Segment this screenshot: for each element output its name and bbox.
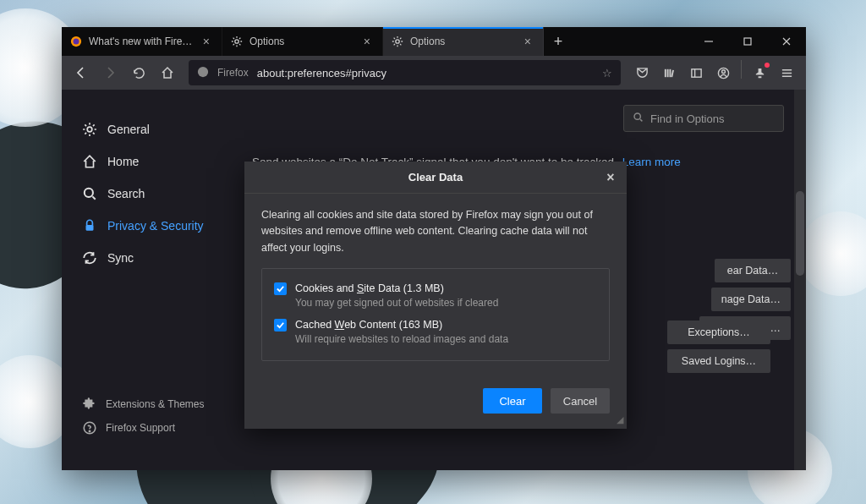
- svg-point-2: [235, 40, 238, 43]
- account-icon[interactable]: [710, 60, 736, 85]
- tab-label: Options: [249, 36, 354, 47]
- firefox-icon: [70, 36, 82, 47]
- sidebar-item-label: Search: [107, 187, 145, 200]
- pocket-icon[interactable]: [629, 60, 655, 85]
- search-icon: [633, 112, 644, 125]
- tab-whatsnew[interactable]: What's new with Firefox ×: [62, 27, 222, 56]
- bookmark-star-icon[interactable]: ☆: [602, 67, 612, 79]
- sidebar-item-label: Privacy & Security: [107, 219, 204, 233]
- sidebar-item-privacy[interactable]: Privacy & Security: [82, 210, 227, 242]
- svg-point-3: [396, 40, 399, 43]
- tab-options-1[interactable]: Options ×: [222, 27, 383, 56]
- learn-more-link[interactable]: Learn more: [622, 156, 681, 168]
- svg-point-23: [89, 430, 90, 431]
- gear-icon: [392, 36, 403, 47]
- lock-icon: [82, 218, 97, 233]
- dialog-description: Clearing all cookies and site data store…: [261, 207, 610, 256]
- home-icon: [82, 154, 97, 169]
- back-button[interactable]: [69, 60, 94, 85]
- option-label: Cookies and Site Data (1.3 MB): [295, 282, 498, 294]
- tab-label: Options: [410, 36, 514, 47]
- gear-icon: [231, 36, 243, 47]
- tab-options-2[interactable]: Options ×: [383, 27, 544, 56]
- home-button[interactable]: [155, 60, 180, 85]
- sidebar-item-sync[interactable]: Sync: [82, 242, 227, 274]
- sidebar-item-label: Firefox Support: [106, 422, 175, 434]
- tab-strip: What's new with Firefox × Options × Opti…: [62, 27, 806, 56]
- sidebar-item-label: Home: [107, 155, 139, 168]
- close-icon[interactable]: ×: [601, 168, 620, 187]
- url-text: about:preferences#privacy: [257, 67, 594, 79]
- svg-line-25: [640, 119, 642, 121]
- svg-point-19: [85, 189, 93, 197]
- new-tab-button[interactable]: +: [544, 27, 573, 56]
- resize-grip-icon[interactable]: ◢: [617, 414, 623, 425]
- clear-button[interactable]: Clear: [483, 388, 542, 414]
- help-icon: [82, 420, 97, 436]
- svg-point-1: [74, 39, 79, 45]
- close-icon[interactable]: ×: [200, 33, 213, 50]
- sidebar-item-label: Sync: [107, 251, 134, 265]
- extensions-link[interactable]: Extensions & Themes: [82, 392, 227, 416]
- cancel-button[interactable]: Cancel: [551, 388, 610, 414]
- svg-rect-7: [664, 68, 666, 76]
- svg-rect-21: [86, 225, 94, 231]
- maximize-button[interactable]: [728, 27, 767, 56]
- sidebar-item-label: General: [107, 123, 150, 136]
- preferences-sidebar: General Home Search Privacy & Security S…: [62, 90, 227, 470]
- manage-data-button[interactable]: nage Data…: [711, 288, 791, 311]
- sync-icon: [82, 250, 97, 266]
- close-window-button[interactable]: [767, 27, 806, 56]
- svg-line-20: [92, 196, 95, 199]
- whatsnew-icon[interactable]: [747, 60, 772, 85]
- library-icon[interactable]: [656, 60, 682, 85]
- reload-button[interactable]: [126, 60, 151, 85]
- close-icon[interactable]: ×: [521, 33, 534, 50]
- sidebar-item-home[interactable]: Home: [82, 145, 227, 178]
- puzzle-icon: [82, 397, 97, 412]
- dialog-title: Clear Data: [408, 171, 463, 184]
- checkbox-checked[interactable]: [274, 282, 287, 295]
- dialog-title-bar: Clear Data ×: [244, 162, 627, 194]
- content-area: General Home Search Privacy & Security S…: [62, 90, 806, 470]
- svg-rect-11: [691, 68, 700, 76]
- forward-button[interactable]: [97, 60, 123, 85]
- sidebar-item-search[interactable]: Search: [82, 178, 227, 210]
- find-placeholder: Find in Options: [650, 112, 724, 125]
- support-link[interactable]: Firefox Support: [82, 416, 227, 440]
- dialog-options: Cookies and Site Data (1.3 MB) You may g…: [261, 268, 610, 361]
- menu-icon[interactable]: [774, 60, 799, 85]
- svg-point-24: [634, 113, 640, 119]
- firefox-window: What's new with Firefox × Options × Opti…: [62, 27, 806, 470]
- gear-icon: [82, 122, 97, 137]
- firefox-identity-icon: [197, 66, 209, 80]
- sidebar-item-label: Extensions & Themes: [106, 398, 205, 410]
- svg-point-6: [198, 66, 208, 76]
- svg-rect-5: [744, 38, 751, 45]
- option-sublabel: You may get signed out of websites if cl…: [295, 297, 498, 309]
- saved-logins-button[interactable]: Saved Logins…: [667, 349, 770, 373]
- cookies-option: Cookies and Site Data (1.3 MB) You may g…: [274, 277, 597, 314]
- clear-data-button[interactable]: ear Data…: [715, 259, 791, 282]
- svg-rect-9: [669, 68, 671, 76]
- checkbox-checked[interactable]: [274, 319, 287, 331]
- clear-data-dialog: Clear Data × Clearing all cookies and si…: [244, 162, 627, 429]
- cache-option: Cached Web Content (163 MB) Will require…: [274, 314, 597, 350]
- svg-rect-10: [671, 69, 674, 77]
- sidebar-item-general[interactable]: General: [82, 113, 227, 145]
- option-label: Cached Web Content (163 MB): [295, 319, 508, 331]
- sidebar-icon[interactable]: [683, 60, 709, 85]
- tab-label: What's new with Firefox: [89, 36, 193, 47]
- minimize-button[interactable]: [689, 27, 728, 56]
- exceptions-button[interactable]: Exceptions…: [667, 320, 770, 344]
- url-bar[interactable]: Firefox about:preferences#privacy ☆: [189, 60, 621, 85]
- identity-label: Firefox: [217, 67, 249, 79]
- find-in-options[interactable]: Find in Options: [623, 105, 784, 132]
- search-icon: [82, 186, 97, 201]
- svg-point-14: [721, 69, 725, 73]
- option-sublabel: Will require websites to reload images a…: [295, 333, 508, 345]
- toolbar: Firefox about:preferences#privacy ☆: [62, 56, 806, 90]
- svg-rect-8: [666, 68, 668, 76]
- svg-point-18: [87, 127, 92, 132]
- close-icon[interactable]: ×: [360, 33, 374, 50]
